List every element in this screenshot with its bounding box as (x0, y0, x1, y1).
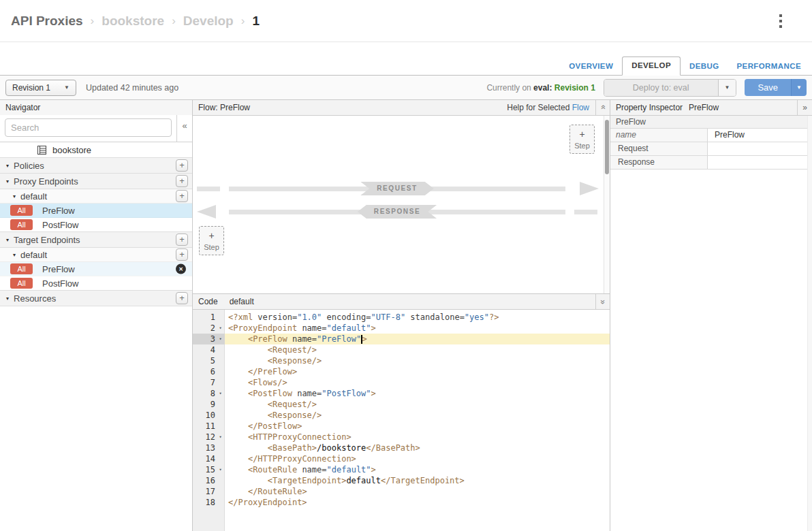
breadcrumb-api-proxies[interactable]: API Proxies (11, 14, 83, 29)
code-line-4[interactable]: 4 <Request/> (193, 344, 610, 355)
code-line-12[interactable]: 12▾ <HTTPProxyConnection> (193, 432, 610, 442)
code-line-15[interactable]: 15▾ <RouteRule name="default"> (193, 464, 610, 475)
gutter-line-number[interactable]: 9 (193, 399, 225, 410)
app-header: API Proxies › bookstore › Develop › 1 (0, 0, 812, 42)
property-label: Response (610, 156, 708, 169)
scrollbar-thumb[interactable] (605, 120, 609, 174)
add-button[interactable]: + (176, 175, 188, 187)
sidebar-item-target-endpoints[interactable]: ▾Target Endpoints+ (0, 231, 192, 248)
save-dropdown-icon[interactable]: ▼ (791, 79, 807, 96)
gutter-line-number[interactable]: 16 (193, 475, 225, 486)
code-line-2[interactable]: 2▾<ProxyEndpoint name="default"> (193, 323, 610, 334)
gutter-line-number[interactable]: 17 (193, 486, 225, 497)
tree-expand-icon[interactable]: ▾ (13, 193, 16, 199)
code-line-9[interactable]: 9 <Request/> (193, 399, 610, 410)
save-button[interactable]: Save ▼ (745, 79, 807, 96)
tree-expand-icon[interactable]: ▾ (6, 295, 9, 302)
sidebar-item-bookstore[interactable]: bookstore (0, 142, 192, 158)
add-button[interactable]: + (176, 248, 188, 261)
sidebar-item-postflow[interactable]: AllPostFlow (0, 276, 192, 291)
gutter-line-number[interactable]: 2▾ (193, 323, 225, 334)
code-line-8[interactable]: 8▾ <PostFlow name="PostFlow"> (193, 388, 610, 399)
breadcrumb-develop[interactable]: Develop (183, 14, 234, 29)
code-line-17[interactable]: 17 </RouteRule> (193, 486, 610, 497)
tree-expand-icon[interactable]: ▾ (13, 252, 16, 258)
property-section-header: PreFlow (610, 116, 812, 129)
code-line-6[interactable]: 6 </PreFlow> (193, 366, 610, 377)
property-inspector-scrollbar[interactable] (807, 116, 812, 531)
add-step-button-request[interactable]: + Step (569, 125, 595, 154)
tab-debug[interactable]: DEBUG (681, 58, 728, 75)
tab-develop[interactable]: DEVELOP (622, 57, 681, 76)
gutter-line-number[interactable]: 13 (193, 442, 225, 453)
gutter-line-number[interactable]: 7 (193, 377, 225, 388)
fold-arrow-icon[interactable]: ▾ (216, 388, 225, 399)
expand-property-inspector-icon[interactable]: » (797, 100, 812, 115)
collapse-navigator-icon[interactable]: « (176, 115, 192, 142)
tab-overview[interactable]: OVERVIEW (560, 58, 622, 75)
add-step-button-response[interactable]: + Step (199, 226, 224, 255)
add-button[interactable]: + (176, 159, 188, 172)
sidebar-item-resources[interactable]: ▾Resources+ (0, 290, 192, 306)
sidebar-item-proxy-endpoints[interactable]: ▾Proxy Endpoints+ (0, 173, 192, 189)
flow-help-link[interactable]: Flow (572, 103, 589, 112)
gutter-line-number[interactable]: 1 (193, 312, 225, 323)
property-value[interactable] (708, 142, 812, 155)
sidebar-item-default[interactable]: ▾default+ (0, 248, 192, 262)
code-line-10[interactable]: 10 <Response/> (193, 410, 610, 421)
collapse-flow-panel-icon[interactable]: » (595, 100, 610, 115)
add-button[interactable]: + (176, 292, 188, 304)
gutter-line-number[interactable]: 12▾ (193, 432, 225, 442)
gutter-line-number[interactable]: 4 (193, 344, 225, 355)
tab-performance[interactable]: PERFORMANCE (728, 58, 811, 75)
code-line-3[interactable]: 3▾ <PreFlow name="PreFlow"> (193, 334, 610, 344)
gutter-line-number[interactable]: 18 (193, 497, 225, 508)
gutter-line-number[interactable]: 14 (193, 453, 225, 464)
sidebar-item-preflow[interactable]: AllPreFlow✕ (0, 262, 192, 276)
code-editor[interactable]: 1<?xml version="1.0" encoding="UTF-8" st… (193, 310, 610, 531)
tree-expand-icon[interactable]: ▾ (6, 163, 9, 169)
gutter-line-number[interactable]: 5 (193, 355, 225, 366)
code-line-16[interactable]: 16 <TargetEndpoint>default</TargetEndpoi… (193, 475, 610, 486)
gutter-line-number[interactable]: 6 (193, 366, 225, 377)
revision-selector[interactable]: Revision 1 ▼ (5, 80, 76, 96)
gutter-line-number[interactable]: 8▾ (193, 388, 225, 399)
code-line-1[interactable]: 1<?xml version="1.0" encoding="UTF-8" st… (193, 312, 610, 323)
code-line-14[interactable]: 14 </HTTPProxyConnection> (193, 453, 610, 464)
fold-arrow-icon[interactable]: ▾ (216, 334, 225, 344)
sidebar-item-preflow[interactable]: AllPreFlow (0, 204, 192, 218)
property-value[interactable]: PreFlow (708, 129, 812, 142)
add-button[interactable]: + (176, 190, 188, 202)
sidebar-item-policies[interactable]: ▾Policies+ (0, 157, 192, 174)
property-inspector-subtitle: PreFlow (689, 103, 719, 112)
code-line-18[interactable]: 18</ProxyEndpoint> (193, 497, 610, 508)
property-value[interactable] (708, 156, 812, 169)
flow-canvas-scrollbar[interactable] (604, 116, 610, 293)
code-line-11[interactable]: 11 </PostFlow> (193, 421, 610, 432)
collapse-code-panel-icon[interactable]: » (595, 294, 610, 309)
search-input[interactable] (5, 118, 172, 137)
deploy-dropdown-icon[interactable]: ▼ (718, 80, 736, 96)
gutter-line-number[interactable]: 10 (193, 410, 225, 421)
gutter-line-number[interactable]: 11 (193, 421, 225, 432)
code-line-7[interactable]: 7 <Flows/> (193, 377, 610, 388)
code-line-13[interactable]: 13 <BasePath>/bookstore</BasePath> (193, 442, 610, 453)
tree-expand-icon[interactable]: ▾ (6, 237, 9, 243)
gutter-line-number[interactable]: 15▾ (193, 464, 225, 475)
sidebar-item-postflow[interactable]: AllPostFlow (0, 218, 192, 232)
code-line-5[interactable]: 5 <Response/> (193, 355, 610, 366)
fold-arrow-icon[interactable]: ▾ (216, 323, 225, 334)
tree-expand-icon[interactable]: ▾ (6, 178, 9, 184)
kebab-menu-icon[interactable] (772, 12, 789, 31)
add-button[interactable]: + (176, 234, 188, 246)
deploy-button[interactable]: Deploy to: eval ▼ (604, 79, 737, 97)
property-row-request: Request (610, 142, 812, 156)
sidebar-item-default[interactable]: ▾default+ (0, 189, 192, 204)
fold-arrow-icon[interactable]: ▾ (216, 464, 225, 475)
gutter-line-number[interactable]: 3▾ (193, 334, 225, 344)
deployment-status: Currently on eval: Revision 1 (486, 83, 595, 93)
breadcrumb-bookstore[interactable]: bookstore (102, 14, 164, 29)
close-icon[interactable]: ✕ (176, 264, 186, 274)
sidebar-item-label: PostFlow (42, 278, 78, 289)
fold-arrow-icon[interactable]: ▾ (216, 432, 225, 442)
